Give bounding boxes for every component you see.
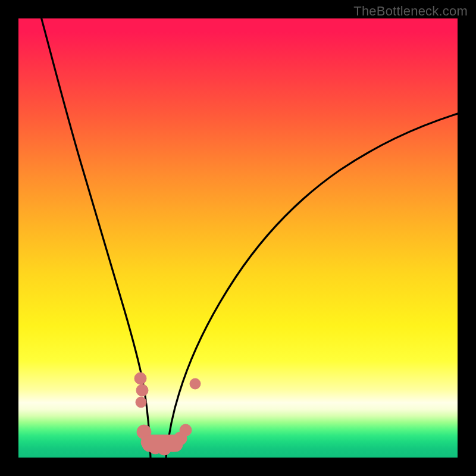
svg-point-1 [136,384,148,396]
svg-rect-11 [142,435,183,452]
svg-point-10 [190,378,201,389]
curve-right-arm [166,114,458,458]
watermark-text: TheBottleneck.com [353,4,468,19]
svg-point-2 [136,397,146,408]
curves-layer [18,18,458,458]
svg-point-0 [134,372,146,384]
minimum-marker-cluster [134,372,201,455]
svg-point-9 [180,424,192,436]
outer-black-frame: TheBottleneck.com [0,0,476,476]
plot-area [18,18,458,458]
curve-left-arm [40,18,151,458]
